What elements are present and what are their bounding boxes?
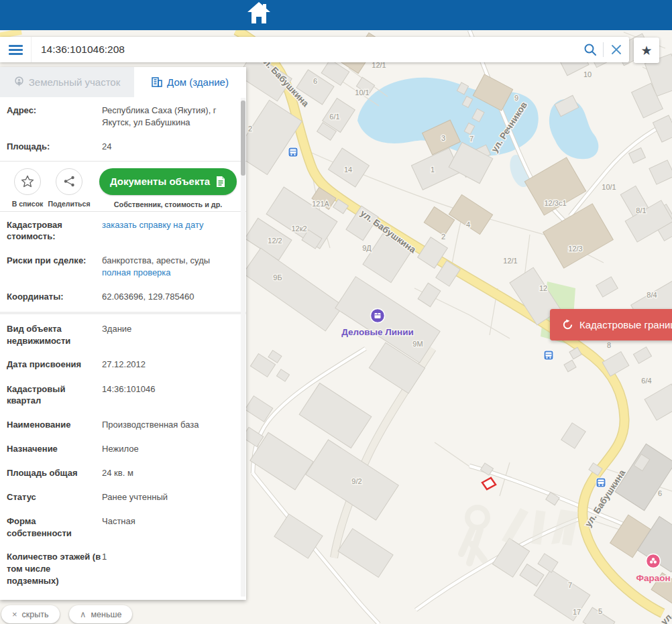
tab-house-building[interactable]: Дом (здание) xyxy=(134,67,246,97)
chevron-up-icon: ∧ xyxy=(80,609,87,619)
hamburger-icon xyxy=(9,43,23,57)
house-number: 12 xyxy=(539,284,547,292)
field-label: Риски при сделке: xyxy=(7,255,102,279)
panel-field-row: НаименованиеПроизводственная база xyxy=(7,413,237,437)
panel-field-row: Кадастровый квартал14:36:101046 xyxy=(7,377,237,413)
share-label: Поделиться xyxy=(48,200,91,208)
panel-field-row: Дата присвоения27.12.2012 xyxy=(7,353,237,377)
field-value: 24 кв. м xyxy=(102,467,237,479)
field-value: 62.063696, 129.785460 xyxy=(102,291,237,303)
field-link[interactable]: заказать справку на дату xyxy=(102,220,204,230)
close-icon: × xyxy=(12,609,17,619)
house-number: 9Б xyxy=(273,273,282,282)
close-icon xyxy=(611,44,622,55)
house-number: 17 xyxy=(573,608,581,616)
panel-field-row: Количество этажей (в том числе подземных… xyxy=(7,545,237,592)
hide-panel-button[interactable]: × скрыть xyxy=(1,605,60,623)
house-number: 10/1 xyxy=(602,183,616,191)
field-value: Частная xyxy=(102,515,237,539)
search-icon xyxy=(583,43,597,56)
search-bar xyxy=(0,37,629,62)
bus-stop-icon[interactable] xyxy=(596,478,606,487)
house-number: 7 xyxy=(469,135,473,143)
field-value: Нежилое xyxy=(102,443,237,455)
bus-stop-icon[interactable] xyxy=(288,147,298,157)
object-details: Адрес:Республика Саха (Якутия), г Якутск… xyxy=(0,97,246,599)
search-button[interactable] xyxy=(577,37,603,62)
panel-field-row: Адрес:Республика Саха (Якутия), г Якутск… xyxy=(7,99,237,135)
house-number: 6/4 xyxy=(641,377,651,385)
collapse-panel-button[interactable]: ∧ меньше xyxy=(69,605,132,623)
house-number: 12/1 xyxy=(503,257,517,265)
panel-field-row: Форма собственностиЧастная xyxy=(7,509,237,545)
field-label: Дата присвоения xyxy=(7,359,102,371)
house-number: 12/3 xyxy=(568,245,582,253)
tab-land-parcel[interactable]: Земельный участок xyxy=(0,67,134,97)
field-value: Здание xyxy=(102,323,237,347)
house-number: 121А xyxy=(312,200,329,208)
add-to-list-button[interactable]: В список xyxy=(7,168,48,208)
house-number: 9/2 xyxy=(351,477,361,485)
panel-field-row: Координаты:62.063696, 129.785460 xyxy=(7,285,237,309)
house-number: 12к2 xyxy=(291,225,306,233)
field-label: Количество этажей (в том числе подземных… xyxy=(7,551,102,586)
object-actions: В список Поделиться Документы объекта xyxy=(7,163,237,210)
house-number: 9М xyxy=(412,340,423,348)
field-value: 24 xyxy=(102,141,237,153)
field-label: Назначение xyxy=(7,443,102,455)
house-number: 6 xyxy=(658,489,662,497)
house-number: 9Д xyxy=(362,244,372,252)
field-link[interactable]: полная проверка xyxy=(102,267,171,277)
house-number: 8/4 xyxy=(647,291,657,299)
menu-button[interactable] xyxy=(0,37,32,62)
house-number: 10 xyxy=(583,70,592,78)
house-number: 2 xyxy=(441,233,445,241)
house-number: 3 xyxy=(441,134,445,142)
panel-field-row: Площадь общая24 кв. м xyxy=(7,461,237,485)
field-value: 1 xyxy=(102,551,237,586)
field-value: 14:36:101046 xyxy=(102,383,237,407)
map-pin-icon xyxy=(14,76,24,88)
documents-button-label: Документы объекта xyxy=(110,176,210,187)
field-value: Республика Саха (Якутия), г Якутск, ул Б… xyxy=(102,105,237,129)
add-to-list-label: В список xyxy=(12,200,44,208)
flower-icon xyxy=(652,558,655,560)
field-value: заказать справку на дату xyxy=(102,219,237,243)
share-button[interactable]: Поделиться xyxy=(48,168,90,208)
house-number: 5 xyxy=(598,607,602,615)
panel-scrollbar-thumb[interactable] xyxy=(241,101,245,176)
field-label: Кадастровая стоимость: xyxy=(7,219,102,243)
bus-stop-icon[interactable] xyxy=(544,351,553,360)
field-value: 27.12.2012 xyxy=(102,359,237,371)
documents-block: Документы объекта Собственник, стоимость… xyxy=(99,168,237,208)
clear-search-button[interactable] xyxy=(604,37,629,62)
house-number: 10/1 xyxy=(355,88,369,97)
top-header-bar xyxy=(0,0,672,30)
house-number: 14 xyxy=(344,166,352,174)
object-info-panel: Земельный участок Дом (здание) Адрес:Рес… xyxy=(0,67,246,600)
panel-field-row: НазначениеНежилое xyxy=(7,437,237,461)
less-label: меньше xyxy=(91,610,122,619)
house-number: 9 xyxy=(514,94,518,102)
field-label: Кадастровый квартал xyxy=(7,383,102,407)
favorites-button[interactable]: ★ xyxy=(634,38,659,63)
hide-label: скрыть xyxy=(22,610,49,619)
poi-label: Деловые Линии xyxy=(341,327,414,337)
field-label: Наименование xyxy=(7,419,102,431)
field-label: Площадь: xyxy=(7,141,102,153)
field-label: Статус xyxy=(7,491,102,503)
object-documents-button[interactable]: Документы объекта xyxy=(99,168,237,195)
house-number: 8 xyxy=(607,341,611,349)
panel-field-row: Площадь:24 xyxy=(7,135,237,159)
search-input[interactable] xyxy=(32,44,577,56)
cadastral-borders-button[interactable]: Кадастровые границы xyxy=(550,309,672,340)
poi-label: Фараон xyxy=(636,573,670,583)
building-icon xyxy=(152,77,162,87)
panel-field-row: Материал стенБетонные, Из мелких бетонны… xyxy=(7,592,237,599)
tab-label: Земельный участок xyxy=(29,76,121,88)
field-label: Площадь общая xyxy=(7,467,102,479)
field-value: Производственная база xyxy=(102,419,237,431)
house-number: 2 xyxy=(248,125,252,133)
field-label: Вид объекта недвижимости xyxy=(7,323,102,347)
home-icon[interactable] xyxy=(245,1,272,27)
